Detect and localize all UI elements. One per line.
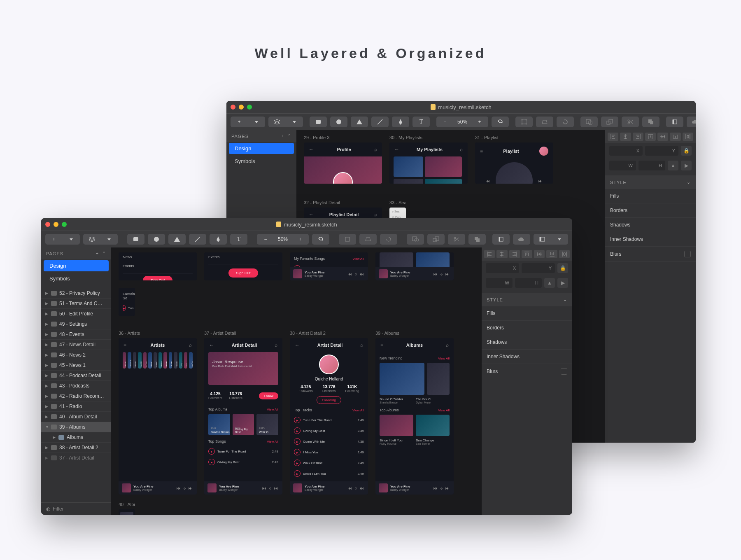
back-icon[interactable]: ← [309, 212, 314, 217]
fills-item[interactable]: Fills [482, 306, 572, 321]
layer-row[interactable]: ▶40 - Album Detail [41, 412, 111, 422]
shape-oval-icon[interactable] [148, 234, 165, 245]
shape-triangle-icon[interactable] [351, 117, 368, 127]
x-field[interactable]: X [486, 263, 519, 273]
insert-chevron[interactable] [248, 117, 265, 127]
h-field[interactable]: H [515, 278, 542, 288]
zoom-in-button[interactable]: + [471, 117, 488, 127]
style-section[interactable]: STYLE⌄ [605, 175, 696, 189]
back-icon[interactable]: ← [295, 342, 300, 348]
search-icon[interactable]: ⌕ [374, 212, 377, 217]
layer-row[interactable]: ▶51 - Terms And C… [41, 299, 111, 309]
align-bottom-icon[interactable] [670, 133, 680, 141]
follow-button[interactable]: Follow [259, 392, 278, 399]
inner-shadows-item[interactable]: Inner Shadows [605, 232, 696, 247]
search-icon[interactable]: ⌕ [460, 147, 463, 152]
flip-v-icon[interactable]: ▶ [557, 278, 568, 288]
insert-button[interactable]: + [231, 117, 248, 127]
back-icon[interactable]: ← [394, 147, 399, 152]
rotate-icon[interactable] [312, 234, 329, 245]
prev-icon[interactable]: ⏮ [486, 179, 490, 183]
search-icon[interactable]: ⌕ [360, 342, 363, 348]
h-field[interactable]: H [638, 161, 665, 170]
layer-row[interactable]: ▶47 - News Detail [41, 340, 111, 350]
menu-icon[interactable]: ≡ [380, 342, 383, 348]
rotate-icon[interactable] [492, 117, 509, 127]
align-right-icon[interactable] [633, 133, 643, 141]
sign-out-button[interactable]: Sign Out [143, 276, 172, 280]
align-top-icon[interactable] [645, 133, 656, 141]
layer-row[interactable]: ▶44 - Podcast Detail [41, 371, 111, 381]
shape-oval-icon[interactable] [330, 117, 347, 127]
next-icon[interactable]: ⏭ [538, 179, 543, 183]
edit-icon[interactable] [515, 117, 533, 127]
blurs-item[interactable]: Blurs [605, 247, 696, 262]
layer-row[interactable]: ▶Albums [41, 432, 111, 443]
menu-icon[interactable]: ≡ [124, 342, 126, 348]
titlebar[interactable]: musicly_resimli.sketch [41, 218, 572, 231]
scale-icon[interactable] [601, 117, 618, 127]
avatar[interactable] [539, 147, 548, 156]
shadows-item[interactable]: Shadows [605, 218, 696, 232]
rotate2-icon[interactable] [557, 117, 574, 127]
mask-icon[interactable] [580, 117, 598, 127]
page-symbols[interactable]: Symbols [226, 155, 296, 168]
text-icon[interactable]: T [230, 234, 247, 245]
mirror-icon[interactable] [492, 234, 510, 245]
zoom-in-button[interactable]: + [291, 234, 309, 245]
w-field[interactable]: W [486, 278, 513, 288]
layer-row[interactable]: ▶50 - Edit Profile [41, 309, 111, 319]
zoom-out-button[interactable]: − [257, 234, 274, 245]
layer-row[interactable]: ▶49 - Settings [41, 319, 111, 329]
lock-icon[interactable]: 🔒 [681, 146, 692, 156]
back-icon[interactable]: ← [209, 342, 214, 348]
vector-pen-icon[interactable] [210, 234, 227, 245]
layers-chevron[interactable] [286, 117, 303, 127]
insert-button[interactable]: + [45, 234, 63, 245]
align-middle-icon[interactable] [657, 133, 668, 141]
filter-input[interactable]: ◐Filter [41, 502, 111, 515]
borders-item[interactable]: Borders [482, 321, 572, 335]
collapse-pages-icon[interactable]: ⌃ [287, 133, 291, 139]
scissors-icon[interactable] [622, 117, 639, 127]
style-section[interactable]: STYLE⌄ [482, 293, 572, 306]
layers-icon[interactable] [268, 117, 286, 127]
borders-item[interactable]: Borders [605, 203, 696, 218]
shadows-item[interactable]: Shadows [482, 335, 572, 350]
text-icon[interactable]: T [412, 117, 430, 127]
layer-row[interactable]: ▶45 - News 1 [41, 360, 111, 371]
layer-row[interactable]: ▶48 - Events [41, 329, 111, 340]
search-icon[interactable]: ⌕ [446, 342, 449, 348]
blurs-item[interactable]: Blurs [482, 364, 572, 379]
w-field[interactable]: W [609, 161, 636, 170]
union-icon[interactable] [642, 117, 659, 127]
y-field[interactable]: Y [522, 263, 555, 273]
add-page-icon[interactable]: + [281, 133, 284, 139]
layer-row[interactable]: ▶46 - News 2 [41, 350, 111, 360]
shape-rect-icon[interactable] [127, 234, 144, 245]
layer-row[interactable]: ▼39 - Albums [41, 422, 111, 432]
x-field[interactable]: X [609, 146, 643, 156]
page-symbols[interactable]: Symbols [41, 272, 111, 285]
menu-icon[interactable]: ≡ [480, 148, 483, 154]
following-button[interactable]: Following [317, 396, 341, 404]
y-field[interactable]: Y [645, 146, 678, 156]
layer-row[interactable]: ▶41 - Radio [41, 401, 111, 412]
fills-item[interactable]: Fills [605, 189, 696, 203]
flip-h-icon[interactable]: ▲ [544, 278, 555, 288]
titlebar[interactable]: musicly_resimli.sketch [226, 101, 696, 113]
add-page-icon[interactable]: + [96, 251, 99, 256]
layers-icon[interactable] [83, 234, 100, 245]
player-controls[interactable]: ⏮ ⊙ ⏭ [348, 272, 365, 276]
cloud-icon[interactable] [513, 234, 530, 245]
search-icon[interactable]: ⌕ [189, 342, 192, 348]
align-left-icon[interactable] [608, 133, 618, 141]
distribute-icon[interactable] [683, 133, 693, 141]
zoom-out-button[interactable]: − [436, 117, 454, 127]
flip-v-icon[interactable]: ▶ [681, 161, 692, 170]
cloud-icon[interactable] [687, 117, 696, 127]
shape-line-icon[interactable] [189, 234, 206, 245]
align-center-icon[interactable] [620, 133, 631, 141]
layer-row[interactable]: ▶52 - Privacy Policy [41, 288, 111, 299]
page-design[interactable]: Design [44, 260, 109, 271]
